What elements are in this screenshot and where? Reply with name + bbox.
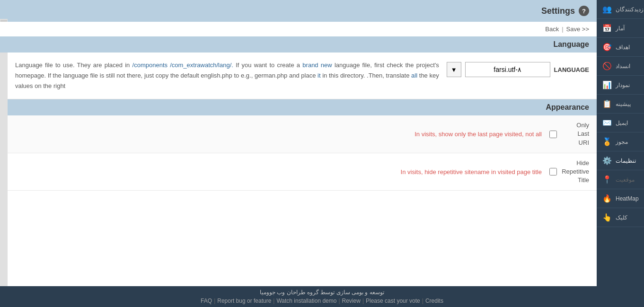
sidebar-label-location: موقعیت <box>616 176 635 183</box>
sidebar-item-license[interactable]: 🏅 مجوز <box>597 132 644 151</box>
footer-sep-1: | <box>214 298 215 304</box>
click-icon: 👆 <box>602 213 612 222</box>
appearance-section: In visits, show only the last page visit… <box>0 115 597 191</box>
footer-link-vote[interactable]: Please cast your vote <box>366 298 420 304</box>
sidebar-item-preview[interactable]: 📋 پیشینه <box>597 95 644 114</box>
sidebar-item-stats[interactable]: 📅 آمار <box>597 19 644 38</box>
appearance-checkbox-title[interactable] <box>549 168 557 175</box>
settings-icon: ⚙️ <box>602 156 612 165</box>
sidebar-label-chart: نمودار <box>616 82 630 88</box>
sidebar-item-email[interactable]: ✉️ ایمیل <box>597 114 644 132</box>
footer-sep-5: | <box>422 298 423 304</box>
help-icon[interactable]: ? <box>579 6 589 16</box>
language-control: ▼ farsi.utf-۸ LANGUAGE <box>447 60 589 77</box>
language-section-header: Language <box>0 36 597 53</box>
footer-link-review[interactable]: Review <box>342 298 361 304</box>
preview-icon: 📋 <box>602 99 612 108</box>
toolbar-separator: | <box>562 26 563 33</box>
sidebar-item-location[interactable]: 📍 موقعیت <box>597 170 644 189</box>
goals-icon: 🎯 <box>602 43 612 52</box>
sidebar: 👥 بازدیدکنندگان 📅 آمار 🎯 اهداف 🚫 انسداد … <box>597 0 644 286</box>
heatmap-icon: 🔥 <box>602 194 612 203</box>
appearance-label-title: Hide Repetitive Title <box>561 159 589 185</box>
appearance-row-uri: In visits, show only the last page visit… <box>0 115 597 153</box>
appearance-row-title: In visits, hide repetitive sitename in v… <box>0 153 597 191</box>
sidebar-label-goals: اهداف <box>616 44 630 51</box>
content-area: Settings ? ▲ Back | Save >> 2 <box>0 0 597 286</box>
back-link[interactable]: Back <box>545 26 559 33</box>
appearance-desc-title: In visits, hide repetitive sitename in v… <box>8 168 546 175</box>
save-link[interactable]: Save >> <box>566 26 589 33</box>
license-icon: 🏅 <box>602 137 612 146</box>
footer-link-report[interactable]: Report bug or feature <box>217 298 271 304</box>
language-field-label: LANGUAGE <box>554 66 589 73</box>
sidebar-item-chart[interactable]: 📊 نمودار <box>597 76 644 95</box>
language-value: farsi.utf-۸ <box>465 62 550 77</box>
sidebar-label-visitors: بازدیدکنندگان <box>616 6 644 13</box>
sidebar-item-visitors[interactable]: 👥 بازدیدکنندگان <box>597 0 644 19</box>
appearance-desc-uri: In visits, show only the last page visit… <box>8 131 546 138</box>
lang-desc-text: Language file to use. They are placed in… <box>15 61 439 89</box>
email-icon: ✉️ <box>602 118 612 127</box>
language-description: Language file to use. They are placed in… <box>15 60 439 91</box>
sidebar-item-heatmap[interactable]: 🔥 HeatMap <box>597 189 644 208</box>
sidebar-item-blocking[interactable]: 🚫 انسداد <box>597 57 644 76</box>
scroll-track: ▲ <box>0 19 8 286</box>
appearance-section-header: Appearance <box>0 99 597 115</box>
settings-header: Settings ? <box>0 0 597 22</box>
sidebar-label-email: ایمیل <box>616 120 628 126</box>
settings-panel: Settings ? ▲ Back | Save >> 2 <box>0 0 597 286</box>
sidebar-label-settings: تنظیمات <box>616 158 636 164</box>
language-dropdown-button[interactable]: ▼ <box>447 62 461 77</box>
sidebar-label-click: کلیک <box>616 214 627 221</box>
appearance-label-uri: Only Last URI <box>561 121 589 147</box>
visitors-icon: 👥 <box>602 5 612 14</box>
dropdown-arrow-icon: ▼ <box>451 66 457 73</box>
sidebar-label-preview: پیشینه <box>616 101 631 107</box>
footer-link-watch-demo[interactable]: Watch installation demo <box>276 298 336 304</box>
footer-sep-3: | <box>338 298 340 304</box>
appearance-checkbox-uri[interactable] <box>549 131 557 138</box>
settings-title: Settings <box>541 6 575 16</box>
sidebar-item-goals[interactable]: 🎯 اهداف <box>597 38 644 57</box>
footer-sep-2: | <box>273 298 274 304</box>
chart-icon: 📊 <box>602 80 612 89</box>
sidebar-label-blocking: انسداد <box>616 63 630 70</box>
stats-icon: 📅 <box>602 24 612 33</box>
blocking-icon: 🚫 <box>602 61 612 70</box>
sidebar-label-license: مجوز <box>616 139 628 145</box>
footer-credit: توسعه و بومی سازی توسط گروه طراحان وب جو… <box>8 289 636 296</box>
footer-link-credits[interactable]: Credits <box>425 298 443 304</box>
sidebar-label-stats: آمار <box>616 25 625 32</box>
sidebar-label-heatmap: HeatMap <box>616 195 639 202</box>
footer: توسعه و بومی سازی توسط گروه طراحان وب جو… <box>0 286 644 307</box>
footer-sep-4: | <box>362 298 364 304</box>
language-section: Language file to use. They are placed in… <box>0 53 597 99</box>
sidebar-item-click[interactable]: 👆 کلیک <box>597 208 644 227</box>
footer-links: FAQ | Report bug or feature | Watch inst… <box>8 298 636 304</box>
sidebar-item-settings[interactable]: ⚙️ تنظیمات <box>597 151 644 170</box>
toolbar: Back | Save >> 2 <box>0 22 597 36</box>
footer-link-faq[interactable]: FAQ <box>201 298 212 304</box>
location-icon: 📍 <box>602 175 612 184</box>
